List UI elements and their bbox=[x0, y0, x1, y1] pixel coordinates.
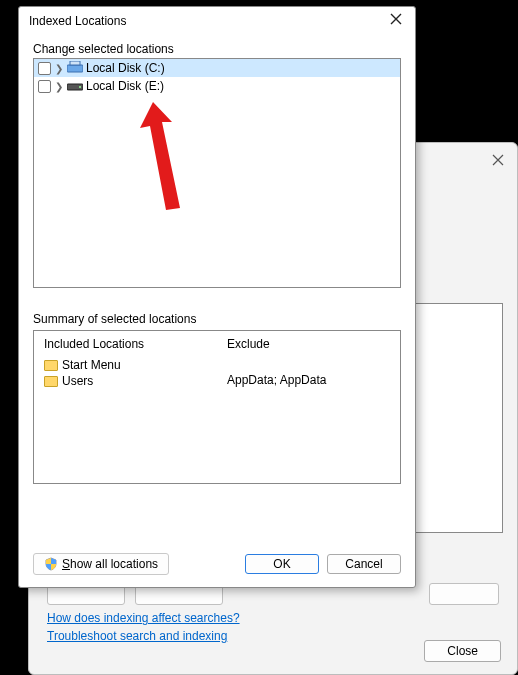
drive-icon bbox=[67, 79, 83, 94]
locations-tree[interactable]: ❯ Local Disk (C:) ❯ Local Disk (E:) bbox=[33, 58, 401, 288]
chevron-right-icon[interactable]: ❯ bbox=[54, 81, 64, 92]
parent-links: How does indexing affect searches? Troub… bbox=[47, 611, 240, 643]
show-all-locations-button[interactable]: Show all locations bbox=[33, 553, 169, 575]
list-item[interactable]: Start Menu bbox=[44, 357, 207, 373]
ok-button[interactable]: OK bbox=[245, 554, 319, 574]
exclude-header: Exclude bbox=[227, 337, 390, 351]
close-button[interactable]: Close bbox=[424, 640, 501, 662]
tree-row[interactable]: ❯ Local Disk (C:) bbox=[34, 59, 400, 77]
dialog-footer: Show all locations OK Cancel bbox=[19, 543, 415, 587]
tree-item-label: Local Disk (C:) bbox=[86, 61, 165, 75]
shield-icon bbox=[44, 557, 58, 571]
drive-icon bbox=[67, 61, 83, 76]
included-column: Included Locations Start Menu Users bbox=[34, 331, 217, 483]
indexed-locations-dialog: Indexed Locations Change selected locati… bbox=[18, 6, 416, 588]
link-troubleshoot[interactable]: Troubleshoot search and indexing bbox=[47, 629, 240, 643]
show-all-label: Show all locations bbox=[62, 557, 158, 571]
checkbox[interactable] bbox=[38, 62, 51, 75]
exclude-text: AppData; AppData bbox=[227, 373, 390, 387]
included-header: Included Locations bbox=[44, 337, 207, 351]
tree-item-label: Local Disk (E:) bbox=[86, 79, 164, 93]
list-item[interactable]: Users bbox=[44, 373, 207, 389]
checkbox[interactable] bbox=[38, 80, 51, 93]
exclude-column: Exclude AppData; AppData bbox=[217, 331, 400, 483]
parent-button[interactable] bbox=[429, 583, 499, 605]
svg-rect-0 bbox=[67, 65, 83, 72]
svg-point-3 bbox=[79, 86, 81, 88]
change-locations-label: Change selected locations bbox=[33, 42, 401, 56]
summary-label: Summary of selected locations bbox=[33, 312, 401, 326]
folder-label: Users bbox=[62, 374, 93, 388]
titlebar: Indexed Locations bbox=[19, 7, 415, 32]
svg-rect-1 bbox=[70, 61, 80, 65]
chevron-right-icon[interactable]: ❯ bbox=[54, 63, 64, 74]
folder-label: Start Menu bbox=[62, 358, 121, 372]
close-icon[interactable] bbox=[385, 13, 407, 28]
cancel-button[interactable]: Cancel bbox=[327, 554, 401, 574]
summary-box: Included Locations Start Menu Users Excl… bbox=[33, 330, 401, 484]
dialog-title: Indexed Locations bbox=[29, 14, 385, 28]
close-icon[interactable] bbox=[489, 151, 507, 169]
folder-icon bbox=[44, 360, 58, 371]
folder-icon bbox=[44, 376, 58, 387]
link-indexing-help[interactable]: How does indexing affect searches? bbox=[47, 611, 240, 625]
tree-row[interactable]: ❯ Local Disk (E:) bbox=[34, 77, 400, 95]
